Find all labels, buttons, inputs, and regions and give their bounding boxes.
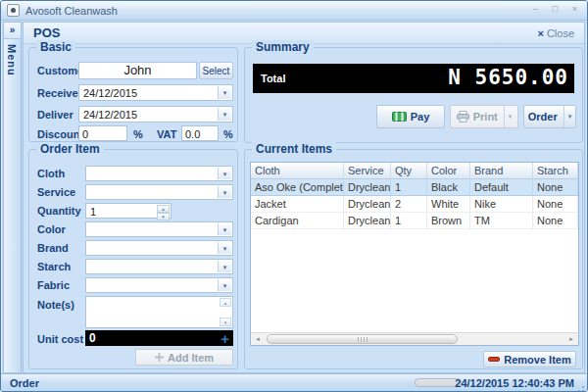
table-header-row: Cloth Service Qty Color Brand Starch	[251, 163, 578, 179]
select-customer-button[interactable]: Select	[199, 62, 233, 79]
brand-dropdown-icon[interactable]: ▾	[218, 242, 231, 254]
order-button-label: Order	[528, 111, 558, 122]
increase-cost-icon[interactable]: +	[220, 330, 229, 347]
cell-qty: 1	[391, 179, 427, 196]
service-label: Service	[37, 186, 75, 198]
column-header-cloth[interactable]: Cloth	[251, 163, 344, 179]
vat-input[interactable]: 0.0	[181, 125, 219, 141]
close-window-button[interactable]: ×	[568, 3, 581, 16]
discount-input[interactable]: 0	[78, 125, 127, 141]
menu-sidebar-label[interactable]: Menu	[6, 39, 18, 76]
scroll-left-icon[interactable]: ◂	[251, 333, 265, 345]
cloth-select[interactable]: ▾	[85, 166, 233, 181]
notes-textarea[interactable]: ▴▾	[85, 296, 233, 328]
column-header-qty[interactable]: Qty	[391, 163, 427, 179]
table-row[interactable]: Cardigan Drycleaning 1 Brown TM None	[251, 213, 578, 229]
order-item-group-title: Order Item	[36, 142, 104, 156]
deliver-dropdown-icon[interactable]: ▾	[218, 108, 231, 121]
fabric-dropdown-icon[interactable]: ▾	[218, 279, 231, 291]
starch-label: Starch	[37, 261, 71, 272]
minus-icon	[488, 357, 500, 362]
table-row[interactable]: Jacket Drycleaning 2 White Nike None	[251, 196, 578, 213]
close-pos-label: Close	[547, 27, 574, 39]
order-dropdown-icon[interactable]: ▾	[564, 106, 572, 127]
service-dropdown-icon[interactable]: ▾	[218, 186, 231, 198]
cell-cloth: Cardigan	[251, 213, 344, 229]
order-button[interactable]: Order ▾	[523, 105, 576, 128]
cell-starch: None	[533, 196, 578, 213]
quantity-stepper[interactable]: 1 ▴▾	[85, 203, 172, 219]
cell-color: Black	[427, 179, 470, 196]
summary-group-title: Summary	[252, 40, 314, 54]
scroll-down-icon[interactable]: ▾	[220, 318, 231, 326]
title-bar: Avosoft Cleanwash – □ ×	[1, 1, 587, 21]
print-button[interactable]: Print ▾	[450, 105, 518, 128]
scroll-up-icon[interactable]: ▴	[220, 298, 231, 307]
status-bar: Order 24/12/2015 12:40:43 PM	[1, 373, 587, 391]
add-item-label: Add Item	[168, 352, 214, 364]
scrollbar-thumb[interactable]	[267, 334, 458, 344]
deliver-date-picker[interactable]: 24/12/2015 ▾	[78, 106, 233, 122]
add-item-button[interactable]: Add Item	[135, 349, 233, 366]
print-button-label: Print	[473, 111, 498, 122]
cell-brand: TM	[470, 213, 533, 229]
column-header-brand[interactable]: Brand	[470, 163, 533, 179]
pay-button[interactable]: Pay	[376, 105, 445, 128]
items-table: Cloth Service Qty Color Brand Starch Aso…	[250, 162, 579, 346]
vat-percent-label: %	[223, 128, 233, 140]
app-window: Avosoft Cleanwash – □ × » Menu POS ×Clos…	[0, 0, 588, 392]
plus-icon	[155, 353, 164, 362]
expand-menu-icon[interactable]: »	[4, 23, 21, 39]
total-display: Total N 5650.00	[253, 64, 574, 93]
order-item-group: Order Item Cloth ▾ Service ▾ Quantity 1 …	[28, 149, 238, 369]
print-dropdown-icon[interactable]: ▾	[504, 106, 513, 127]
window-controls: – □ ×	[529, 3, 581, 16]
horizontal-scrollbar[interactable]: ◂ ▸	[251, 332, 578, 345]
starch-select[interactable]: ▾	[85, 259, 233, 274]
column-header-service[interactable]: Service	[344, 163, 391, 179]
starch-dropdown-icon[interactable]: ▾	[218, 261, 231, 272]
cell-color: Brown	[427, 213, 470, 229]
cell-cloth: Jacket	[251, 196, 344, 213]
received-dropdown-icon[interactable]: ▾	[218, 86, 231, 99]
received-date-value: 24/12/2015	[79, 85, 232, 101]
unit-cost-value: 0	[89, 331, 96, 345]
cloth-dropdown-icon[interactable]: ▾	[218, 168, 231, 179]
resize-grip[interactable]	[582, 386, 584, 388]
close-pos-button[interactable]: ×Close	[537, 27, 574, 39]
status-timestamp: 24/12/2015 12:40:43 PM	[455, 377, 574, 389]
received-date-picker[interactable]: 24/12/2015 ▾	[78, 84, 233, 101]
remove-item-button[interactable]: Remove Item	[483, 351, 576, 368]
pay-button-label: Pay	[411, 111, 430, 122]
scroll-right-icon[interactable]: ▸	[564, 333, 578, 345]
app-icon	[7, 4, 20, 17]
cell-starch: None	[533, 179, 578, 196]
quantity-label: Quantity	[37, 205, 81, 217]
status-mode-label: Order	[10, 377, 39, 389]
fabric-label: Fabric	[37, 279, 70, 291]
spin-up-icon[interactable]: ▴	[157, 205, 170, 213]
menu-sidebar: » Menu	[3, 22, 22, 373]
cell-service: Drycleaning	[344, 179, 391, 196]
table-row[interactable]: Aso Oke (Complete Plain) Drycleaning 1 B…	[251, 179, 578, 196]
summary-group: Summary Total N 5650.00 Pay Print ▾ Orde…	[244, 47, 583, 143]
notes-scrollbar: ▴▾	[220, 298, 231, 326]
notes-label: Note(s)	[37, 299, 74, 311]
minimize-button[interactable]: –	[529, 3, 542, 16]
current-items-group: Current Items Cloth Service Qty Color Br…	[244, 149, 583, 369]
unit-cost-display: 0 +	[85, 330, 233, 346]
brand-select[interactable]: ▾	[85, 240, 233, 256]
cell-color: White	[427, 196, 470, 213]
column-header-color[interactable]: Color	[427, 163, 470, 179]
color-select[interactable]: ▾	[85, 221, 233, 237]
color-dropdown-icon[interactable]: ▾	[218, 223, 231, 235]
discount-percent-label: %	[133, 128, 143, 140]
column-header-starch[interactable]: Starch	[533, 163, 578, 179]
cell-qty: 1	[391, 213, 427, 229]
service-select[interactable]: ▾	[85, 184, 233, 200]
spin-down-icon[interactable]: ▾	[157, 213, 170, 220]
customer-input[interactable]: John	[78, 62, 197, 79]
maximize-button[interactable]: □	[549, 3, 562, 16]
discount-label: Discount	[37, 128, 83, 140]
fabric-select[interactable]: ▾	[85, 277, 233, 293]
